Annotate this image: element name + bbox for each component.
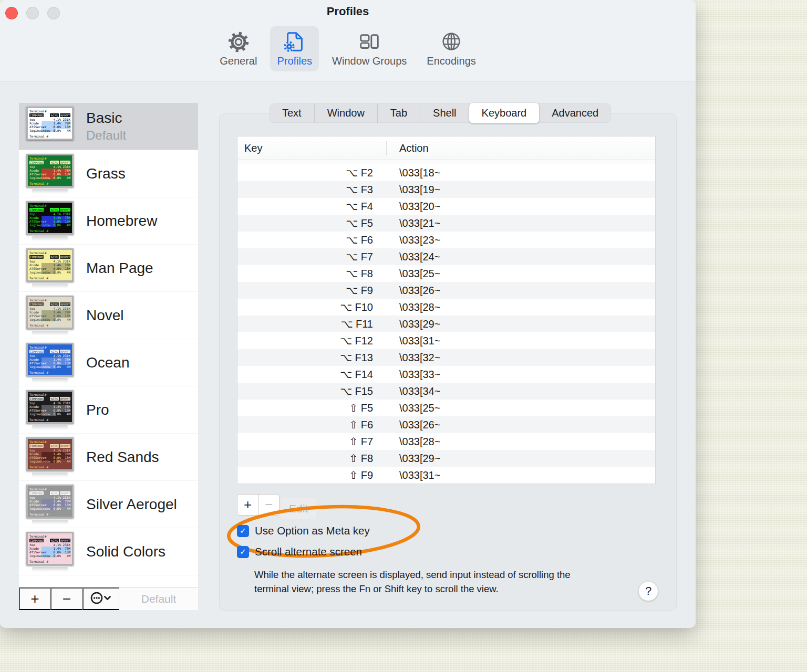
remove-mapping-button[interactable]: − xyxy=(258,494,280,516)
profile-list-item-man-page[interactable]: Terminal#COMMAND%CPURPRVTtop4.1%231KXcod… xyxy=(19,245,198,292)
table-row[interactable]: ⌥ F4 \033[20~ xyxy=(237,198,655,215)
profile-name: Solid Colors xyxy=(86,543,165,560)
toolbar-item-encodings[interactable]: Encodings xyxy=(420,26,482,71)
tab-advanced[interactable]: Advanced xyxy=(539,103,611,123)
profile-name: Homebrew xyxy=(86,213,157,229)
toolbar-label: General xyxy=(220,55,257,67)
action-cell: \033[26~ xyxy=(399,285,440,297)
use-option-as-meta-row: ✓ Use Option as Meta key xyxy=(237,524,370,537)
action-cell: \033[33~ xyxy=(399,369,440,381)
profile-thumbnail: Terminal#COMMAND%CPURPRVTtop4.1%231KXcod… xyxy=(26,296,74,329)
profiles-sidebar: Terminal#COMMAND%CPURPRVTtop4.1%231KXcod… xyxy=(19,103,198,610)
tab-window[interactable]: Window xyxy=(314,103,377,123)
profile-list-item-novel[interactable]: Terminal#COMMAND%CPURPRVTtop4.1%231KXcod… xyxy=(19,292,198,339)
profile-list-item-red-sands[interactable]: Terminal#COMMAND%CPURPRVTtop4.1%231KXcod… xyxy=(19,434,198,481)
table-row[interactable]: ⌥ F14 \033[33~ xyxy=(237,366,655,383)
sidebar-footer: + − Default xyxy=(19,587,198,610)
profile-list: Terminal#COMMAND%CPURPRVTtop4.1%231KXcod… xyxy=(19,103,198,575)
thumbnail-reflection xyxy=(32,567,68,572)
table-row[interactable]: ⌥ F3 \033[19~ xyxy=(237,181,655,198)
tab-keyboard[interactable]: Keyboard xyxy=(469,103,540,123)
profile-name: Silver Aerogel xyxy=(86,496,177,513)
profile-list-item-grass[interactable]: Terminal#COMMAND%CPURPRVTtop4.1%231KXcod… xyxy=(19,150,198,197)
edit-mapping-button[interactable]: Edit xyxy=(281,498,316,519)
table-row[interactable]: ⌥ F2 \033[18~ xyxy=(237,164,655,181)
table-body: ⌥ F2 \033[18~ ⌥ F3 \033[19~ ⌥ F4 \033[20… xyxy=(237,164,655,484)
titlebar-toolbar: Profiles General xyxy=(0,0,696,81)
toolbar-item-profiles[interactable]: Profiles xyxy=(270,26,319,71)
column-header-action: Action xyxy=(399,142,429,154)
table-row[interactable]: ⌥ F15 \033[34~ xyxy=(237,383,655,400)
profile-list-item-basic[interactable]: Terminal#COMMAND%CPURPRVTtop4.1%231KXcod… xyxy=(19,103,198,150)
profile-thumbnail: Terminal#COMMAND%CPURPRVTtop4.1%231KXcod… xyxy=(26,485,74,518)
add-profile-button[interactable]: + xyxy=(19,587,50,610)
terminal-preview: Terminal#COMMAND%CPURPRVTtop4.1%231KXcod… xyxy=(28,155,72,186)
thumbnail-reflection xyxy=(32,425,68,430)
profile-thumbnail: Terminal#COMMAND%CPURPRVTtop4.1%231KXcod… xyxy=(26,248,74,282)
thumbnail-reflection xyxy=(32,520,68,524)
key-mapping-table: Key Action ⌥ F2 \033[18~ ⌥ F3 \033[19~ ⌥… xyxy=(237,136,656,484)
remove-profile-button[interactable]: − xyxy=(50,587,82,610)
table-row[interactable]: ⇧ F6 \033[26~ xyxy=(237,416,655,433)
thumbnail-reflection xyxy=(32,189,68,194)
toolbar-item-window-groups[interactable]: Window Groups xyxy=(325,26,413,71)
ellipsis-circle-chevron-icon xyxy=(90,591,113,607)
action-cell: \033[19~ xyxy=(399,184,440,196)
table-row[interactable]: ⇧ F9 \033[31~ xyxy=(237,467,655,484)
scroll-alternate-screen-checkbox[interactable]: ✓ xyxy=(237,546,249,558)
profile-list-item-silver-aerogel[interactable]: Terminal#COMMAND%CPURPRVTtop4.1%231KXcod… xyxy=(19,481,198,528)
help-button[interactable]: ? xyxy=(638,581,658,601)
thumbnail-reflection xyxy=(32,378,68,383)
default-button[interactable]: Default xyxy=(119,587,198,610)
alternate-screen-help-text: While the alternate screen is displayed,… xyxy=(254,568,617,596)
tab-tab[interactable]: Tab xyxy=(377,103,420,123)
gear-icon xyxy=(226,30,251,54)
add-mapping-button[interactable]: + xyxy=(237,494,258,516)
action-cell: \033[25~ xyxy=(399,268,440,280)
action-cell: \033[26~ xyxy=(399,419,440,431)
profile-list-item-ocean[interactable]: Terminal#COMMAND%CPURPRVTtop4.1%231KXcod… xyxy=(19,339,198,386)
key-cell: ⌥ F2 xyxy=(237,166,373,179)
toolbar-item-general[interactable]: General xyxy=(213,26,264,71)
key-cell: ⌥ F4 xyxy=(237,200,373,213)
table-row[interactable]: ⌥ F5 \033[21~ xyxy=(237,215,655,232)
profile-thumbnail: Terminal#COMMAND%CPURPRVTtop4.1%231KXcod… xyxy=(26,343,74,376)
globe-icon xyxy=(439,30,463,54)
terminal-preview: Terminal#COMMAND%CPURPRVTtop4.1%231KXcod… xyxy=(28,108,72,139)
table-row[interactable]: ⇧ F5 \033[25~ xyxy=(237,400,655,416)
profile-name: Red Sands xyxy=(86,449,159,466)
table-row[interactable]: ⌥ F8 \033[25~ xyxy=(237,265,655,282)
scroll-alternate-screen-row: ✓ Scroll alternate screen xyxy=(237,545,362,558)
table-row[interactable]: ⌥ F10 \033[28~ xyxy=(237,299,655,316)
table-row[interactable]: ⇧ F8 \033[29~ xyxy=(237,450,655,467)
use-option-as-meta-checkbox[interactable]: ✓ xyxy=(237,525,249,537)
tab-shell[interactable]: Shell xyxy=(420,103,469,123)
action-cell: \033[28~ xyxy=(399,436,440,448)
profile-name: Man Page xyxy=(86,260,153,277)
table-row[interactable]: ⇧ F7 \033[28~ xyxy=(237,433,655,450)
checkbox-label: Scroll alternate screen xyxy=(255,545,362,558)
key-cell: ⇧ F9 xyxy=(237,469,373,481)
table-row[interactable]: ⌥ F7 \033[24~ xyxy=(237,248,655,265)
action-cell: \033[31~ xyxy=(399,469,440,481)
profile-list-item-solid-colors[interactable]: Terminal#COMMAND%CPURPRVTtop4.1%231KXcod… xyxy=(19,528,198,575)
thumbnail-reflection xyxy=(32,331,68,335)
action-cell: \033[18~ xyxy=(399,167,440,179)
profile-list-item-homebrew[interactable]: Terminal#COMMAND%CPURPRVTtop4.1%231KXcod… xyxy=(19,197,198,245)
table-row[interactable]: ⌥ F9 \033[26~ xyxy=(237,282,655,299)
action-cell: \033[25~ xyxy=(399,402,440,414)
key-cell: ⌥ F6 xyxy=(237,234,373,246)
key-cell: ⌥ F12 xyxy=(237,334,373,347)
profile-actions-menu-button[interactable] xyxy=(82,587,119,610)
profile-name: Ocean xyxy=(86,354,130,371)
key-cell: ⌥ F5 xyxy=(237,217,373,229)
table-row[interactable]: ⌥ F12 \033[31~ xyxy=(237,332,655,349)
action-cell: \033[34~ xyxy=(399,385,440,397)
profile-list-item-pro[interactable]: Terminal#COMMAND%CPURPRVTtop4.1%231KXcod… xyxy=(19,386,198,434)
table-row[interactable]: ⌥ F6 \033[23~ xyxy=(237,232,655,248)
table-row[interactable]: ⌥ F11 \033[29~ xyxy=(237,316,655,332)
action-cell: \033[29~ xyxy=(399,318,440,330)
key-cell: ⇧ F8 xyxy=(237,452,373,465)
table-row[interactable]: ⌥ F13 \033[32~ xyxy=(237,349,655,366)
tab-text[interactable]: Text xyxy=(270,103,314,123)
